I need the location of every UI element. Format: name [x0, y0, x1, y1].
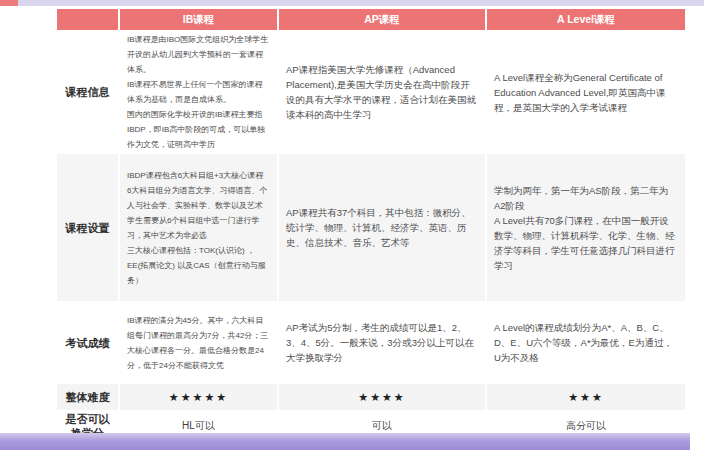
cell-difficulty-alevel-stars: ★★★: [487, 384, 685, 410]
table-row-course-info: 课程信息 IB课程是由IBO国际文凭组织为全球学生开设的从幼儿园到大学预科的一套…: [57, 32, 685, 152]
bottom-decorative-bar: [0, 433, 690, 450]
row-label-course-setup: 课程设置: [57, 154, 118, 301]
header-ib-course: IB课程: [120, 9, 277, 30]
cell-info-ap: AP课程指美国大学先修课程（Advanced Placement),是美国大学历…: [279, 32, 485, 152]
cell-difficulty-ap-stars: ★★★★: [279, 384, 485, 410]
header-row: IB课程 AP课程 A Level课程: [57, 9, 685, 30]
header-ap-course: AP课程: [279, 9, 485, 30]
cell-difficulty-ib-stars: ★★★★★: [120, 384, 277, 410]
table-row-overall-difficulty: 整体难度 ★★★★★ ★★★★ ★★★: [57, 384, 685, 410]
cell-score-ib: IB课程的满分为45分。其中，六大科目组每门课程的最高分为7分，共42分；三大核…: [120, 303, 277, 382]
cell-setup-ap: AP课程共有37个科目，其中包括：微积分、统计学、物理、计算机、经济学、英语、历…: [279, 154, 485, 301]
row-label-course-info: 课程信息: [57, 32, 118, 152]
cell-info-alevel: A Level课程全称为General Certificate of Educa…: [487, 32, 685, 152]
course-comparison-table: IB课程 AP课程 A Level课程 课程信息 IB课程是由IBO国际文凭组织…: [55, 7, 687, 442]
cell-score-alevel: A Level的课程成绩划分为A*、A、B、C、D、E、U六个等级，A*为最优，…: [487, 303, 685, 382]
row-label-overall-difficulty: 整体难度: [57, 384, 118, 410]
top-decorative-strip: [0, 0, 704, 6]
cell-info-ib: IB课程是由IBO国际文凭组织为全球学生开设的从幼儿园到大学预科的一套课程体系。…: [120, 32, 277, 152]
table-row-course-setup: 课程设置 IBDP课程包含6大科目组+3大核心课程 6大科目组分为语言文学、习得…: [57, 154, 685, 301]
cell-score-ap: AP考试为5分制，考生的成绩可以是1、2、3、4、5分。一般来说，3分或3分以上…: [279, 303, 485, 382]
header-alevel-course: A Level课程: [487, 9, 685, 30]
row-label-exam-score: 考试成绩: [57, 303, 118, 382]
strip-pink-accent: [0, 0, 18, 6]
table-row-exam-score: 考试成绩 IB课程的满分为45分。其中，六大科目组每门课程的最高分为7分，共42…: [57, 303, 685, 382]
header-corner-cell: [57, 9, 118, 30]
cell-setup-ib: IBDP课程包含6大科目组+3大核心课程 6大科目组分为语言文学、习得语言、个人…: [120, 154, 277, 301]
cell-setup-alevel: 学制为两年，第一年为AS阶段，第二年为A2阶段 A Level共有70多门课程，…: [487, 154, 685, 301]
